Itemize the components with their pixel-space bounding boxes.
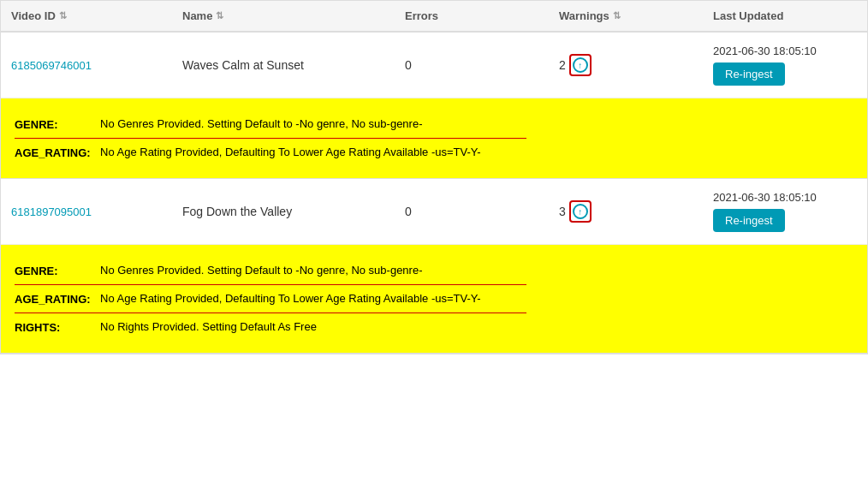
warnings-cell: 2 ↑ <box>559 54 713 76</box>
warning-details-row: GENRE: No Genres Provided. Setting Defau… <box>1 98 867 179</box>
warning-item: AGE_RATING: No Age Rating Provided, Defa… <box>15 285 526 313</box>
video-id-cell: 6185069746001 <box>11 58 182 72</box>
sort-icon-name[interactable]: ⇅ <box>216 11 223 21</box>
video-id-link[interactable]: 6181897095001 <box>11 205 92 218</box>
reingest-button[interactable]: Re-ingest <box>713 62 785 86</box>
reingest-button[interactable]: Re-ingest <box>713 209 785 232</box>
warning-expand-button[interactable]: ↑ <box>569 54 592 76</box>
last-updated-cell: 2021-06-30 18:05:10 Re-ingest <box>713 45 857 86</box>
table-row: 6185069746001 Waves Calm at Sunset 0 2 ↑… <box>1 33 867 98</box>
col-header-video-id: Video ID ⇅ <box>11 9 182 22</box>
col-header-warnings: Warnings ⇅ <box>559 9 713 22</box>
last-updated-cell: 2021-06-30 18:05:10 Re-ingest <box>713 191 857 232</box>
warning-details-inner: GENRE: No Genres Provided. Setting Defau… <box>1 98 540 178</box>
video-id-link[interactable]: 6185069746001 <box>11 59 92 72</box>
timestamp: 2021-06-30 18:05:10 <box>713 191 817 204</box>
video-name-cell: Fog Down the Valley <box>182 205 405 218</box>
col-header-errors: Errors <box>405 9 559 22</box>
col-header-last-updated: Last Updated <box>713 9 857 22</box>
table-row: 6181897095001 Fog Down the Valley 0 3 ↑ … <box>1 179 867 245</box>
error-count-cell: 0 <box>405 205 559 218</box>
warning-label-age-rating: AGE_RATING: <box>15 292 100 306</box>
warning-details-row-2: GENRE: No Genres Provided. Setting Defau… <box>1 245 867 354</box>
warning-text-genre: No Genres Provided. Setting Default to -… <box>100 117 526 130</box>
sort-icon-warnings[interactable]: ⇅ <box>613 11 621 21</box>
warning-count: 2 <box>559 58 566 72</box>
col-header-name: Name ⇅ <box>182 9 405 22</box>
warning-item: RIGHTS: No Rights Provided. Setting Defa… <box>15 313 526 341</box>
warnings-cell: 3 ↑ <box>559 200 713 223</box>
warning-text-genre: No Genres Provided. Setting Default to -… <box>100 264 526 277</box>
warning-expand-button[interactable]: ↑ <box>569 200 592 223</box>
warning-label-age-rating: AGE_RATING: <box>15 146 100 159</box>
video-table: Video ID ⇅ Name ⇅ Errors Warnings ⇅ Last… <box>0 0 868 354</box>
warning-label-genre: GENRE: <box>15 117 100 131</box>
table-header-row: Video ID ⇅ Name ⇅ Errors Warnings ⇅ Last… <box>1 1 867 33</box>
warning-item: GENRE: No Genres Provided. Setting Defau… <box>15 110 526 139</box>
warning-details-inner-2: GENRE: No Genres Provided. Setting Defau… <box>1 245 540 353</box>
warning-label-rights: RIGHTS: <box>15 320 100 334</box>
warning-text-rights: No Rights Provided. Setting Default As F… <box>100 320 526 333</box>
warning-text-age-rating: No Age Rating Provided, Defaulting To Lo… <box>100 146 526 158</box>
warning-text-age-rating: No Age Rating Provided, Defaulting To Lo… <box>100 292 526 305</box>
warning-up-arrow-icon: ↑ <box>573 57 588 73</box>
warning-up-arrow-icon: ↑ <box>573 204 588 219</box>
error-count-cell: 0 <box>405 58 559 72</box>
warning-label-genre: GENRE: <box>15 264 100 277</box>
warning-item: AGE_RATING: No Age Rating Provided, Defa… <box>15 139 526 166</box>
sort-icon-video-id[interactable]: ⇅ <box>59 11 67 21</box>
warning-count: 3 <box>559 205 566 218</box>
video-id-cell: 6181897095001 <box>11 205 182 218</box>
video-name-cell: Waves Calm at Sunset <box>182 58 405 72</box>
timestamp: 2021-06-30 18:05:10 <box>713 45 817 57</box>
warning-item: GENRE: No Genres Provided. Setting Defau… <box>15 257 526 285</box>
